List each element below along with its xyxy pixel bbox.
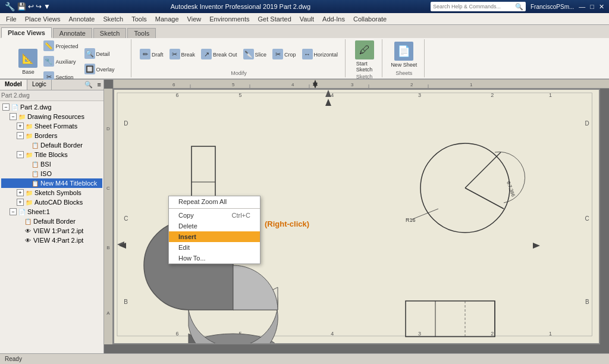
panel-tab-model[interactable]: Model [0, 80, 27, 90]
expand-title-blocks[interactable]: − [17, 151, 24, 158]
panel-tab-logic[interactable]: Logic [27, 80, 52, 90]
maximize-button[interactable]: □ [590, 3, 594, 10]
ruler-top: 6 5 4 3 2 1 [113, 80, 609, 89]
expand-autocad-blocks[interactable]: + [17, 199, 24, 206]
label-default-border: Default Border [40, 142, 83, 149]
detail-icon: 🔍 [84, 48, 95, 59]
svg-text:B: B [585, 299, 589, 305]
svg-text:6: 6 [172, 82, 175, 87]
tree-item-borders[interactable]: − 📁 Borders [1, 131, 102, 140]
menu-item-place-views[interactable]: Place Views [21, 14, 64, 24]
new-sheet-icon: 📄 [394, 42, 413, 61]
svg-text:6: 6 [175, 92, 178, 98]
panel-tabs: Model Logic 🔍 ≡ [0, 80, 103, 90]
label-bsi: BSI [40, 161, 51, 168]
ctx-edit[interactable]: Edit [169, 242, 260, 253]
tree-item-view1[interactable]: 👁 VIEW 1:Part 2.ipt [1, 226, 102, 236]
ribbon-tab-place-views[interactable]: Place Views [1, 27, 52, 38]
status-bar: Ready [0, 353, 609, 364]
tree-item-default-border[interactable]: 📋 Default Border [1, 140, 102, 150]
ribbon-btn-draft[interactable]: ✏ Draft [137, 48, 166, 62]
ctx-howto[interactable]: How To... [169, 253, 260, 263]
menu-item-vault[interactable]: Vault [296, 14, 318, 24]
ribbon-btn-horizontal[interactable]: ↔ Horizontal [300, 48, 341, 62]
panel-breadcrumb: Part 2.dwg [1, 92, 30, 99]
expand-part2[interactable]: − [2, 103, 10, 111]
menu-item-annotate[interactable]: Annotate [65, 14, 98, 24]
expand-drawing-resources[interactable]: − [10, 113, 17, 120]
ribbon-btn-break-out[interactable]: ↗ Break Out [199, 48, 240, 62]
ribbon-tab-sketch[interactable]: Sketch [93, 28, 127, 38]
ctx-repeat-zoom[interactable]: Repeat Zoom All [169, 196, 260, 207]
projected-icon: 📏 [43, 40, 54, 51]
break-out-icon: ↗ [201, 49, 212, 59]
ribbon-group-create: 📐 Base 📏 Projected 🔧 Auxiliary ✂ Section [2, 39, 131, 77]
menu-item-environments[interactable]: Environments [206, 14, 253, 24]
ctx-sep1 [169, 208, 260, 209]
expand-sketch-symbols[interactable]: + [17, 189, 24, 196]
svg-text:2: 2 [491, 331, 494, 337]
tree-item-sheet-formats[interactable]: + 📁 Sheet Formats [1, 121, 102, 131]
tree-item-view4[interactable]: 👁 VIEW 4:Part 2.ipt [1, 236, 102, 245]
ribbon-tab-annotate[interactable]: Annotate [53, 28, 92, 38]
title-bar-left: 🔧 💾 ↩ ↪ ▼ [5, 2, 51, 11]
tree-item-bsi[interactable]: 📋 BSI [1, 159, 102, 169]
ctx-insert[interactable]: Insert [169, 231, 260, 242]
panel-options-icon[interactable]: ≡ [95, 80, 103, 90]
tree-item-autocad-blocks[interactable]: + 📁 AutoCAD Blocks [1, 197, 102, 207]
minimize-button[interactable]: — [579, 3, 585, 10]
left-panel: Model Logic 🔍 ≡ Part 2.dwg − 📄 Part 2.dw… [0, 80, 104, 353]
menu-item-sketch[interactable]: Sketch [100, 14, 127, 24]
menu-item-addins[interactable]: Add-Ins [319, 14, 349, 24]
ribbon-btn-new-sheet[interactable]: 📄 New Sheet [388, 40, 419, 69]
ribbon-btn-crop[interactable]: ✂ Crop [270, 48, 299, 62]
ribbon-btn-base[interactable]: 📐 Base [16, 48, 40, 76]
icon-borders: 📁 [25, 131, 33, 140]
horizontal-icon: ↔ [302, 49, 313, 59]
ribbon-btn-auxiliary[interactable]: 🔧 Auxiliary [41, 55, 80, 69]
search-input[interactable] [433, 4, 515, 10]
search-box[interactable]: 🔍 [431, 2, 526, 11]
ribbon-btn-detail[interactable]: 🔍 Detail [82, 47, 117, 61]
ribbon-btn-slice[interactable]: 🔪 Slice [241, 48, 269, 62]
label-sheet1: Sheet:1 [27, 208, 50, 215]
ribbon-btn-projected[interactable]: 📏 Projected [41, 39, 80, 54]
menu-item-view[interactable]: View [184, 14, 205, 24]
ctx-delete[interactable]: Delete [169, 221, 260, 231]
ribbon-btn-overlay[interactable]: 🔲 Overlay [82, 62, 117, 77]
expand-sheet-formats[interactable]: + [17, 123, 24, 130]
menu-item-collaborate[interactable]: Collaborate [350, 14, 390, 24]
icon-view1: 👁 [24, 227, 32, 235]
menu-item-tools[interactable]: Tools [128, 14, 150, 24]
ribbon: Place Views Annotate Sketch Tools 📐 Base… [0, 25, 609, 80]
menu-item-file[interactable]: File [2, 14, 20, 24]
tree-item-default-border2[interactable]: 📋 Default Border [1, 216, 102, 226]
auxiliary-icon: 🔧 [43, 56, 54, 67]
tree-item-iso[interactable]: 📋 ISO [1, 169, 102, 178]
icon-sheet1: 📄 [18, 208, 26, 216]
base-icon: 📐 [18, 49, 37, 68]
expand-borders[interactable]: − [17, 132, 24, 139]
tree-item-sketch-symbols[interactable]: + 📁 Sketch Symbols [1, 188, 102, 197]
label-part2: Part 2.dwg [20, 103, 52, 111]
expand-sheet1[interactable]: − [10, 208, 17, 215]
svg-text:1: 1 [470, 82, 473, 87]
tree-item-title-blocks[interactable]: − 📁 Title Blocks [1, 150, 102, 159]
ribbon-btn-break[interactable]: ✂ Break [167, 48, 198, 62]
ctx-copy[interactable]: Copy Ctrl+C [169, 210, 260, 221]
app-title: Autodesk Inventor Professional 2019 Part… [171, 3, 310, 10]
label-autocad-blocks: AutoCAD Blocks [34, 199, 83, 206]
tree-item-new-titleblock[interactable]: 📋 New M44 Titleblock [1, 178, 102, 188]
tree-item-sheet1[interactable]: − 📄 Sheet:1 [1, 207, 102, 216]
drawing-area[interactable]: 6 5 4 3 2 1 D C B A [104, 80, 609, 353]
label-sheet-formats: Sheet Formats [34, 123, 77, 130]
menu-bar: File Place Views Annotate Sketch Tools M… [0, 13, 609, 25]
menu-item-get-started[interactable]: Get Started [255, 14, 295, 24]
ribbon-tab-tools[interactable]: Tools [127, 28, 156, 38]
tree-item-drawing-resources[interactable]: − 📁 Drawing Resources [1, 112, 102, 121]
ribbon-btn-start-sketch[interactable]: 🖊 StartSketch [353, 39, 376, 74]
close-button[interactable]: ✕ [599, 3, 604, 11]
tree-item-part2[interactable]: − 📄 Part 2.dwg [1, 102, 102, 112]
menu-item-manage[interactable]: Manage [152, 14, 183, 24]
panel-search-icon[interactable]: 🔍 [82, 80, 95, 90]
